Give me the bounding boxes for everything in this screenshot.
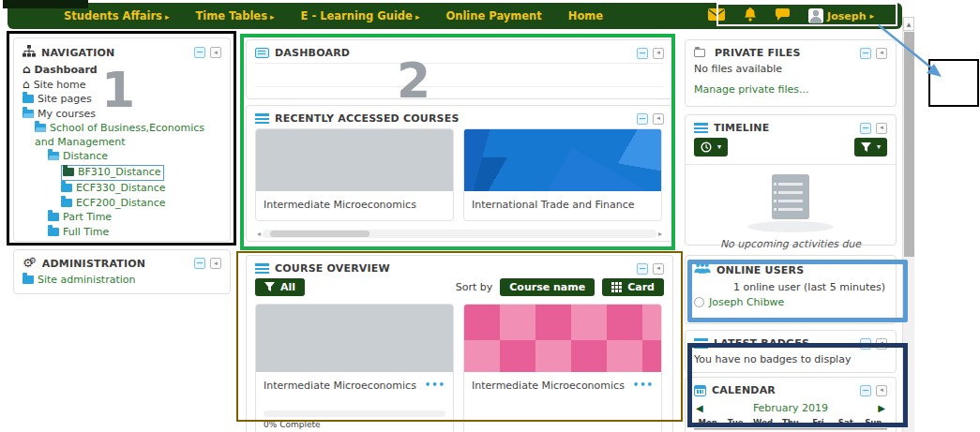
- view-card-button[interactable]: Card: [602, 278, 664, 296]
- nav-item-full-time[interactable]: Full Time: [23, 226, 221, 240]
- nav-item-ecf200-distance[interactable]: ECF200_Distance: [23, 197, 221, 211]
- online-user-joseph-chibwe[interactable]: Joseph Chibwe: [694, 296, 887, 308]
- course-image: [464, 305, 661, 372]
- progress-bar: [264, 410, 445, 417]
- caret-down-icon: ▾: [877, 143, 881, 151]
- timeline-filter-dropdown[interactable]: ▾: [854, 138, 887, 156]
- course-menu-dots-icon[interactable]: •••: [633, 380, 654, 390]
- move-icon[interactable]: ◂: [653, 48, 664, 59]
- scroll-right-icon[interactable]: ▸: [656, 230, 664, 238]
- nav-item-site-administration[interactable]: Site administration: [23, 274, 221, 288]
- timeline-title: TIMELINE: [714, 122, 854, 134]
- annotation-empty-box: [928, 59, 979, 107]
- filter-all-button[interactable]: All: [255, 278, 305, 296]
- move-icon[interactable]: ◂: [876, 48, 887, 59]
- move-icon[interactable]: ◂: [876, 338, 887, 350]
- menu-elearning-guide[interactable]: E - Learning Guide▸: [301, 9, 420, 22]
- collapse-icon[interactable]: −: [194, 258, 205, 269]
- clock-icon: [701, 142, 712, 153]
- move-icon[interactable]: ◂: [653, 263, 664, 275]
- prev-month-icon[interactable]: ◀: [696, 403, 703, 413]
- recent-courses-title: RECENTLY ACCESSED COURSES: [275, 112, 631, 125]
- scrollbar-thumb[interactable]: [270, 231, 369, 237]
- menu-students-affairs[interactable]: Students Affairs▸: [64, 9, 170, 22]
- progress-label: 0% Complete: [264, 420, 445, 429]
- caret-right-icon: ▸: [270, 12, 275, 22]
- nav-item-my-courses[interactable]: My courses: [23, 108, 221, 122]
- collapse-icon[interactable]: −: [637, 263, 648, 275]
- menu-online-payment[interactable]: Online Payment: [445, 9, 541, 22]
- messages-icon[interactable]: [708, 8, 725, 23]
- navbar-menu: Students Affairs▸ Time Tables▸ E - Learn…: [64, 9, 603, 22]
- online-users-title: ONLINE USERS: [716, 264, 887, 276]
- caret-right-icon: ▸: [165, 12, 170, 22]
- collapse-icon[interactable]: −: [860, 338, 871, 350]
- course-card-international-trade[interactable]: International Trade and Finance: [463, 128, 662, 221]
- day-header: Mon: [694, 418, 721, 429]
- folder-icon: [61, 199, 72, 207]
- move-icon[interactable]: ◂: [210, 47, 221, 58]
- nav-item-bf310-distance[interactable]: BF310_Distance: [23, 165, 221, 182]
- nav-item-part-time[interactable]: Part Time: [23, 211, 221, 225]
- user-status-circle-icon: [694, 297, 704, 307]
- folder-icon: [23, 95, 34, 103]
- menu-time-tables[interactable]: Time Tables▸: [196, 9, 275, 22]
- collapse-icon[interactable]: −: [637, 113, 648, 125]
- folder-icon: [23, 276, 34, 284]
- move-icon[interactable]: ◂: [876, 385, 887, 396]
- manage-private-files-link[interactable]: Manage private files...: [694, 83, 887, 96]
- folder-outline-icon: [694, 49, 705, 57]
- folder-open-icon: [23, 110, 34, 118]
- horizontal-scrollbar[interactable]: ◂ ▸: [255, 229, 664, 238]
- day-header: Wed: [749, 418, 776, 429]
- collapse-icon[interactable]: −: [860, 123, 871, 134]
- overview-card-intermediate-microeconomics-1[interactable]: Intermediate Microeconomics••• 0% Comple…: [255, 304, 454, 432]
- timeline-empty-text: No upcoming activities due: [694, 238, 887, 250]
- move-icon[interactable]: ◂: [876, 123, 887, 134]
- move-icon[interactable]: ◂: [210, 258, 221, 269]
- home-icon: ⌂: [23, 63, 31, 76]
- course-menu-dots-icon[interactable]: •••: [425, 380, 445, 390]
- page-scrollbar-thumb[interactable]: [904, 32, 914, 257]
- empty-timeline-illustration: [772, 174, 809, 219]
- calendar-month-label: February 2019: [703, 402, 879, 414]
- collapse-icon[interactable]: −: [194, 47, 205, 58]
- course-name: Intermediate Microeconomics: [472, 380, 633, 392]
- overview-card-intermediate-microeconomics-2[interactable]: Intermediate Microeconomics•••: [463, 304, 662, 432]
- nav-item-site-home[interactable]: ⌂Site home: [23, 79, 221, 93]
- user-menu[interactable]: Joseph ▸: [808, 8, 874, 23]
- nav-item-school-of-business[interactable]: School of Business,Economics and Managem…: [23, 122, 221, 149]
- collapse-icon[interactable]: −: [860, 48, 871, 59]
- course-card-intermediate-microeconomics[interactable]: Intermediate Microeconomics: [255, 128, 454, 221]
- chat-icon[interactable]: [776, 8, 790, 23]
- nav-item-dashboard[interactable]: ⌂Dashboard: [23, 64, 221, 78]
- sort-by-label: Sort by: [456, 281, 493, 293]
- scroll-left-icon[interactable]: ◂: [255, 230, 263, 238]
- navigation-title: NAVIGATION: [41, 47, 188, 59]
- next-month-icon[interactable]: ▶: [878, 403, 885, 413]
- timeline-sort-dropdown[interactable]: ▾: [694, 138, 728, 156]
- collapse-icon[interactable]: −: [637, 48, 648, 59]
- scroll-up-icon[interactable]: ▲: [903, 17, 914, 31]
- sort-course-name-button[interactable]: Course name: [500, 278, 595, 296]
- menu-home[interactable]: Home: [568, 9, 603, 22]
- online-users-block: ONLINE USERS 1 online user (last 5 minut…: [685, 255, 897, 324]
- navigation-block: NAVIGATION −◂ ⌂Dashboard ⌂Site home Site…: [13, 37, 231, 242]
- hamburger-icon: [255, 113, 269, 124]
- collapse-icon[interactable]: −: [860, 385, 871, 396]
- private-files-block: PRIVATE FILES −◂ No files available Mana…: [685, 39, 897, 107]
- hamburger-icon: [255, 263, 269, 274]
- notifications-bell-icon[interactable]: [744, 7, 757, 24]
- hamburger-icon: [694, 338, 708, 349]
- nav-item-distance[interactable]: Distance: [23, 150, 221, 164]
- page-scrollbar[interactable]: ▲: [902, 17, 914, 432]
- move-icon[interactable]: ◂: [653, 113, 664, 125]
- no-badges-text: You have no badges to display: [694, 353, 887, 365]
- folder-icon: [48, 228, 59, 236]
- nav-item-ecf330-distance[interactable]: ECF330_Distance: [23, 182, 221, 196]
- online-users-count: 1 online user (last 5 minutes): [694, 281, 885, 293]
- calendar-block: CALENDAR −◂ ◀ February 2019 ▶ Mon Tue We…: [685, 377, 897, 432]
- illustration-shadow: [747, 221, 834, 232]
- nav-item-site-pages[interactable]: Site pages: [23, 93, 221, 107]
- latest-badges-block: LATEST BADGES −◂ You have no badges to d…: [685, 330, 897, 373]
